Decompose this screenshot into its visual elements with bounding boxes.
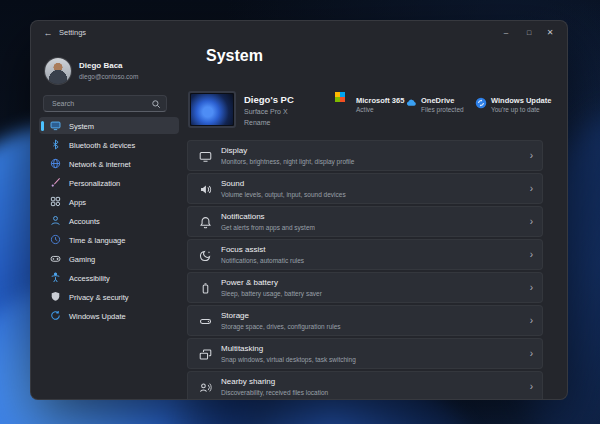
settings-row-display[interactable]: Display Monitors, brightness, night ligh… [187, 140, 543, 171]
multitasking-icon [199, 348, 212, 361]
chevron-right-icon [530, 249, 533, 260]
notifications-icon [199, 216, 212, 229]
apps-icon [50, 196, 61, 207]
sidebar-item-accessibility[interactable]: Accessibility [39, 269, 179, 286]
sidebar-item-bluetooth-devices[interactable]: Bluetooth & devices [39, 136, 179, 153]
chevron-right-icon [530, 348, 533, 359]
settings-row-nearby-sharing[interactable]: Nearby sharing Discoverability, received… [187, 371, 543, 400]
sidebar-item-label: Time & language [69, 236, 125, 245]
status-title: Microsoft 365 [356, 96, 404, 105]
power-battery-icon [199, 282, 212, 295]
setting-subtitle: Notifications, automatic rules [221, 257, 304, 264]
onedrive-icon [405, 97, 417, 109]
chevron-right-icon [530, 216, 533, 227]
sidebar-item-label: Personalization [69, 179, 120, 188]
gaming-icon [50, 253, 61, 264]
personalization-icon [50, 177, 61, 188]
sidebar-item-label: Accounts [69, 217, 100, 226]
settings-row-multitasking[interactable]: Multitasking Snap windows, virtual deskt… [187, 338, 543, 369]
status-subtitle: Files protected [421, 106, 464, 113]
sidebar-item-system[interactable]: System [39, 117, 179, 134]
search-input[interactable]: Search [43, 95, 167, 112]
windows-update-icon [475, 97, 487, 109]
avatar[interactable] [45, 58, 71, 84]
setting-subtitle: Monitors, brightness, night light, displ… [221, 158, 354, 165]
sidebar-item-personalization[interactable]: Personalization [39, 174, 179, 191]
window-title: Settings [59, 28, 86, 37]
settings-row-focus-assist[interactable]: Focus assist Notifications, automatic ru… [187, 239, 543, 270]
system-icon [50, 120, 61, 131]
chevron-right-icon [530, 282, 533, 293]
sidebar-item-label: System [69, 122, 94, 131]
setting-title: Power & battery [221, 278, 278, 287]
account-email: diego@contoso.com [79, 73, 138, 80]
status-title: OneDrive [421, 96, 454, 105]
setting-subtitle: Get alerts from apps and system [221, 224, 315, 231]
sidebar-item-label: Accessibility [69, 274, 110, 283]
desktop-wallpaper: Settings Diego Baca diego@contoso.com Se… [0, 0, 600, 424]
chevron-right-icon [530, 150, 533, 161]
setting-subtitle: Sleep, battery usage, battery saver [221, 290, 322, 297]
setting-title: Focus assist [221, 245, 265, 254]
setting-title: Display [221, 146, 247, 155]
privacy-security-icon [50, 291, 61, 302]
sidebar-item-privacy-security[interactable]: Privacy & security [39, 288, 179, 305]
setting-title: Notifications [221, 212, 265, 221]
setting-subtitle: Volume levels, output, input, sound devi… [221, 191, 346, 198]
focus-assist-icon [199, 249, 212, 262]
sidebar-item-label: Apps [69, 198, 86, 207]
setting-title: Nearby sharing [221, 377, 275, 386]
settings-row-notifications[interactable]: Notifications Get alerts from apps and s… [187, 206, 543, 237]
back-arrow-icon[interactable] [42, 27, 54, 39]
chevron-right-icon [530, 315, 533, 326]
storage-icon [199, 315, 212, 328]
sidebar-item-time-language[interactable]: Time & language [39, 231, 179, 248]
sidebar-item-accounts[interactable]: Accounts [39, 212, 179, 229]
account-name: Diego Baca [79, 61, 123, 70]
settings-row-power-battery[interactable]: Power & battery Sleep, battery usage, ba… [187, 272, 543, 303]
device-model: Surface Pro X [244, 108, 288, 115]
nearby-sharing-icon [199, 381, 212, 394]
selected-indicator [41, 121, 44, 131]
setting-title: Storage [221, 311, 249, 320]
sidebar-item-label: Network & internet [69, 160, 131, 169]
device-thumbnail [188, 91, 236, 128]
network-icon [50, 158, 61, 169]
setting-title: Sound [221, 179, 244, 188]
settings-window: Settings Diego Baca diego@contoso.com Se… [30, 20, 568, 400]
microsoft-365-icon [340, 97, 352, 109]
chevron-right-icon [530, 381, 533, 392]
rename-link[interactable]: Rename [244, 119, 270, 126]
sidebar-item-network-internet[interactable]: Network & internet [39, 155, 179, 172]
settings-row-storage[interactable]: Storage Storage space, drives, configura… [187, 305, 543, 336]
setting-title: Multitasking [221, 344, 263, 353]
sidebar-item-gaming[interactable]: Gaming [39, 250, 179, 267]
status-subtitle: You're up to date [491, 106, 540, 113]
setting-subtitle: Storage space, drives, configuration rul… [221, 323, 341, 330]
status-subtitle: Active [356, 106, 374, 113]
minimize-button[interactable] [497, 26, 515, 40]
maximize-button[interactable] [520, 26, 538, 40]
accessibility-icon [50, 272, 61, 283]
device-thumbnail-screen [191, 94, 233, 125]
setting-subtitle: Snap windows, virtual desktops, task swi… [221, 356, 356, 363]
search-placeholder: Search [52, 100, 74, 107]
device-name: Diego's PC [244, 94, 294, 105]
sidebar-item-label: Bluetooth & devices [69, 141, 135, 150]
sound-icon [199, 183, 212, 196]
bluetooth-icon [50, 139, 61, 150]
search-icon [151, 99, 161, 109]
close-button[interactable] [541, 26, 559, 40]
setting-subtitle: Discoverability, received files location [221, 389, 328, 396]
sidebar-item-label: Windows Update [69, 312, 126, 321]
time-language-icon [50, 234, 61, 245]
display-icon [199, 150, 212, 163]
sidebar-item-label: Gaming [69, 255, 95, 264]
status-title: Windows Update [491, 96, 551, 105]
settings-row-sound[interactable]: Sound Volume levels, output, input, soun… [187, 173, 543, 204]
accounts-icon [50, 215, 61, 226]
sidebar-item-label: Privacy & security [69, 293, 129, 302]
sidebar-item-windows-update[interactable]: Windows Update [39, 307, 179, 324]
page-title: System [206, 47, 263, 65]
sidebar-item-apps[interactable]: Apps [39, 193, 179, 210]
